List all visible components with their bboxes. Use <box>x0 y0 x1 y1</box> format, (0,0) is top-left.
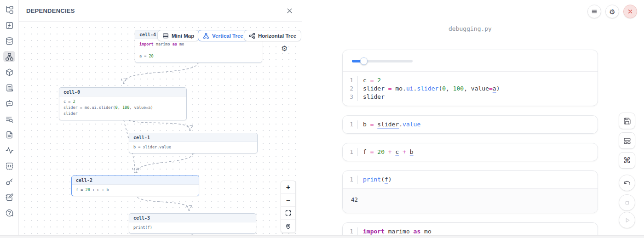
slider-knob[interactable] <box>360 57 368 65</box>
vertical-tree-label: Vertical Tree <box>212 33 243 39</box>
code-editor[interactable]: 1b = slider.value <box>343 116 598 133</box>
graph-settings-gear-icon[interactable]: ⚙ <box>281 45 288 52</box>
package-icon <box>5 68 14 77</box>
notebook-area: ⚙ debugging.py 1c = 22slider = mo.ui.sli… <box>302 0 644 235</box>
close-panel-icon[interactable] <box>286 7 293 14</box>
graph-zoom-controls: + − <box>281 181 296 233</box>
sidebar-item-logs[interactable] <box>3 113 15 125</box>
sidebar-item-chat[interactable] <box>3 98 15 109</box>
graph-node-code: c = 2slider = mo.ui.slider(0, 100, value… <box>59 96 186 120</box>
keyboard-shortcuts-button[interactable]: ⌘ <box>619 152 635 169</box>
code-line[interactable]: 3slider <box>343 93 598 101</box>
minimap-button[interactable]: Mini Map <box>157 30 199 41</box>
graph-node-cell-3[interactable]: cell-3 print(f) <box>129 213 256 234</box>
sidebar-item-scratchpad[interactable] <box>3 192 15 203</box>
notebook-filename[interactable]: debugging.py <box>342 25 598 32</box>
footer-strip <box>0 235 644 238</box>
sidebar-item-datasources[interactable] <box>3 35 15 46</box>
code-text: f = 20 + c + b <box>358 148 414 156</box>
code-line[interactable]: 1import marimo as mo <box>343 227 598 236</box>
notebook-menu-button[interactable] <box>587 5 601 18</box>
graph-node-title: cell-3 <box>129 214 256 222</box>
slider-widget[interactable] <box>343 50 598 71</box>
zoom-in-button[interactable]: + <box>281 181 295 194</box>
stop-button[interactable] <box>619 194 635 211</box>
notebook-cell[interactable]: 1print(f)42 <box>342 170 598 213</box>
graph-node-cell-1[interactable]: cell-1 b = slider.value <box>129 133 258 153</box>
dependency-graph-canvas[interactable]: Mini Map Vertical Tree Horizontal Tree ⚙… <box>19 22 301 235</box>
notebook-cell[interactable]: 1b = slider.value <box>342 115 598 134</box>
snippets-icon <box>5 162 14 170</box>
code-line[interactable]: 2slider = mo.ui.slider(0, 100, value=a) <box>343 85 598 93</box>
edge-cell4-to-cell0 <box>124 62 198 83</box>
graph-node-code: print(f) <box>129 222 256 233</box>
sidebar-item-packages[interactable] <box>3 67 15 78</box>
save-button[interactable] <box>619 113 635 129</box>
slider-track[interactable] <box>352 60 413 62</box>
sidebar-item-file-explorer[interactable] <box>3 4 15 15</box>
shutdown-button[interactable] <box>623 5 637 18</box>
database-icon <box>5 37 14 45</box>
run-button[interactable] <box>619 212 635 228</box>
document-icon <box>5 130 14 139</box>
key-icon <box>5 177 14 186</box>
marimo-app: DEPENDENCIES <box>0 0 644 238</box>
undo-button[interactable] <box>619 175 635 191</box>
center-selection-button[interactable] <box>281 220 295 232</box>
notebook-settings-button[interactable]: ⚙ <box>605 5 619 18</box>
graph-node-code: b = slider.value <box>129 142 257 153</box>
scratchpad-icon <box>5 193 14 202</box>
sidebar-item-variables[interactable] <box>3 20 15 31</box>
play-icon <box>623 216 631 224</box>
horizontal-tree-button[interactable]: Horizontal Tree <box>244 30 301 41</box>
activity-icon <box>5 146 14 155</box>
sidebar-item-tracing[interactable] <box>3 145 15 156</box>
code-editor[interactable]: 1f = 20 + c + b <box>343 143 598 161</box>
line-number: 1 <box>343 76 358 85</box>
undo-icon <box>623 179 631 187</box>
graph-node-code: import marimo as mo a = 20 <box>135 39 262 62</box>
dependencies-panel-header: DEPENDENCIES <box>19 0 302 22</box>
code-line[interactable]: 1b = slider.value <box>343 120 598 129</box>
graph-node-title: cell-1 <box>129 133 257 142</box>
sidebar-item-documentation[interactable] <box>3 82 15 93</box>
code-text: slider <box>358 93 385 101</box>
code-line[interactable]: 1f = 20 + c + b <box>343 148 598 156</box>
code-text: slider = mo.ui.slider(0, 100, value=a) <box>358 85 500 93</box>
code-line[interactable]: 1print(f) <box>343 176 598 184</box>
cell-output: 42 <box>343 188 598 213</box>
fit-view-button[interactable] <box>281 207 295 220</box>
chat-bot-icon <box>5 99 14 108</box>
sidebar-item-outline[interactable] <box>3 129 15 140</box>
code-line[interactable]: 1c = 2 <box>343 76 598 85</box>
line-number: 1 <box>343 176 358 184</box>
notebook-cell[interactable]: 1f = 20 + c + b <box>342 143 598 161</box>
sidebar-item-dependencies[interactable] <box>3 51 15 62</box>
left-sidebar <box>0 0 19 235</box>
graph-node-cell-0[interactable]: cell-0 c = 2slider = mo.ui.slider(0, 100… <box>59 87 187 120</box>
vertical-tree-button[interactable]: Vertical Tree <box>198 30 248 41</box>
zoom-out-button[interactable]: − <box>281 194 295 207</box>
sidebar-item-secrets[interactable] <box>3 176 15 187</box>
layout-icon <box>623 137 631 145</box>
sidebar-item-snippets[interactable] <box>3 160 15 171</box>
file-tree-icon <box>5 6 14 14</box>
code-editor[interactable]: 1c = 22slider = mo.ui.slider(0, 100, val… <box>343 71 598 106</box>
horizontal-tree-label: Horizontal Tree <box>258 33 296 39</box>
stop-icon <box>623 199 631 207</box>
save-icon <box>623 117 631 125</box>
help-icon <box>5 209 14 217</box>
code-editor[interactable]: 1print(f) <box>343 171 598 188</box>
line-number: 1 <box>343 227 358 236</box>
graph-node-code: f = 20 + c + b <box>72 185 199 196</box>
function-icon <box>5 21 14 30</box>
line-number: 1 <box>343 120 358 129</box>
layout-toggle-button[interactable] <box>619 132 635 149</box>
notebook-cell[interactable]: 1c = 22slider = mo.ui.slider(0, 100, val… <box>342 50 598 106</box>
edge-cell1-to-cell2 <box>137 153 193 172</box>
sidebar-item-help[interactable] <box>3 207 15 218</box>
fit-view-icon <box>285 210 292 216</box>
edge-cell2-to-cell3 <box>135 194 189 210</box>
graph-node-title: cell-0 <box>59 88 186 96</box>
graph-node-cell-2[interactable]: cell-2 f = 20 + c + b <box>71 176 199 196</box>
